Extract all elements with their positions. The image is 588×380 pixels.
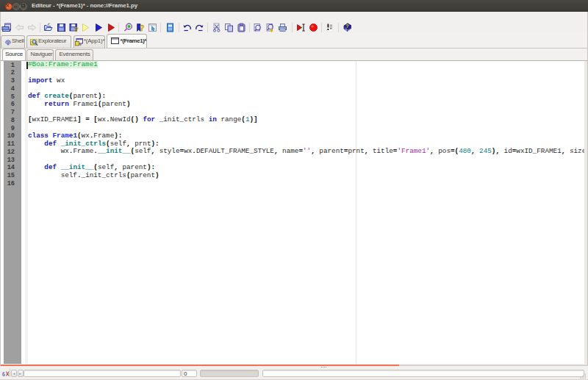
svg-text:?: ?	[139, 24, 144, 32]
svg-text:?: ?	[345, 24, 348, 29]
svg-text:6: 6	[2, 370, 5, 377]
svg-text:?: ?	[74, 26, 79, 32]
